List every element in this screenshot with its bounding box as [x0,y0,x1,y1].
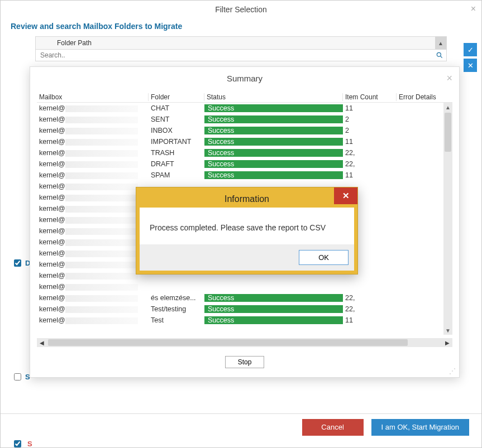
cell-mailbox: kernel@ [37,283,149,291]
column-header-error[interactable]: Error Details [397,93,452,101]
check-all-icon[interactable]: ✓ [464,43,477,56]
status-badge: Success [204,138,343,146]
cell-item-count: 22, [343,305,397,313]
svg-point-0 [437,52,441,56]
horizontal-scrollbar[interactable]: ◀ ▶ [37,338,452,347]
checkbox[interactable] [14,373,21,380]
column-header-item-count[interactable]: Item Count [343,93,397,101]
vertical-scrollbar[interactable]: ▲ ▼ [443,103,452,335]
status-badge: Success [204,115,343,123]
folder-grid-header: Folder Path ▲ [35,36,447,49]
table-row[interactable]: kernel@DRAFTSuccess22, [37,158,452,170]
information-dialog: Information ✕ Process completed. Please … [136,187,358,274]
cell-mailbox: kernel@ [37,160,149,168]
folder-path-column-header[interactable]: Folder Path [36,39,435,47]
start-migration-button[interactable]: I am OK, Start Migration [371,419,469,436]
cell-item-count: 11 [343,316,397,324]
cell-mailbox: kernel@ [37,294,149,302]
table-row[interactable]: kernel@INBOXSuccess2 [37,125,452,136]
triangle-up-icon[interactable]: ▲ [435,37,446,49]
table-row[interactable]: kernel@SPAMSuccess11 [37,170,452,181]
option-checkbox-d[interactable]: D [12,258,30,268]
table-row[interactable]: kernel@CHATSuccess11 [37,103,452,114]
cell-mailbox: kernel@ [37,272,149,280]
cell-mailbox: kernel@ [37,305,149,313]
scrollbar-thumb[interactable] [445,113,451,152]
status-badge: Success [204,305,343,313]
dialog-footer: Cancel I am OK, Start Migration [1,413,481,440]
filter-dialog-header: Filter Selection × [1,1,481,18]
stop-button[interactable]: Stop [225,356,265,368]
cancel-button[interactable]: Cancel [302,419,364,436]
close-icon[interactable]: ✕ [334,187,357,204]
table-row[interactable]: kernel@TRASHSuccess22, [37,147,452,158]
cell-mailbox: kernel@ [37,149,149,157]
cell-folder: és elemzése... [149,294,204,302]
information-dialog-footer: OK [140,244,354,271]
ok-button[interactable]: OK [299,250,349,265]
status-badge: Success [204,160,343,168]
cell-item-count: 11 [343,104,397,112]
cell-status: Success [204,149,343,157]
option-label: S [27,440,195,448]
cell-status: Success [204,171,343,179]
checkbox[interactable] [14,259,21,267]
column-header-status[interactable]: Status [204,93,343,101]
summary-dialog-header: Summary × [30,67,459,89]
cell-status: Success [204,294,343,302]
cell-status: Success [204,127,343,134]
resize-grip-icon[interactable]: ⋰ [449,367,456,375]
cell-item-count: 11 [343,138,397,146]
checkbox[interactable] [14,440,21,447]
cell-folder: DRAFT [149,160,204,168]
column-header-mailbox[interactable]: Mailbox [37,93,149,101]
cell-folder: INBOX [149,127,204,134]
table-row[interactable]: kernel@TestSuccess11 [37,315,452,326]
cell-mailbox: kernel@ [37,238,149,246]
close-icon[interactable]: × [446,73,452,84]
cell-folder: TRASH [149,149,204,157]
cell-mailbox: kernel@ [37,216,149,224]
scroll-down-icon[interactable]: ▼ [443,326,452,335]
table-row[interactable]: kernel@ [37,281,452,292]
clear-all-icon[interactable]: ✕ [464,59,477,72]
close-icon[interactable]: × [471,4,476,14]
cell-item-count: 22, [343,160,397,168]
summary-dialog-title: Summary [227,74,263,83]
cell-status: Success [204,138,343,146]
cell-mailbox: kernel@ [37,138,149,146]
table-row[interactable]: kernel@Test/testingSuccess22, [37,304,452,315]
cell-folder: Test [149,316,204,324]
status-badge: Success [204,316,343,324]
cell-mailbox: kernel@ [37,227,149,235]
cell-item-count: 2 [343,127,397,134]
cell-mailbox: kernel@ [37,115,149,123]
cell-mailbox: kernel@ [37,104,149,112]
folder-search-row [35,49,447,61]
status-badge: Success [204,294,343,302]
right-action-badges: ✓ ✕ [464,43,477,72]
option-checkbox-s[interactable]: S [12,372,30,382]
cell-mailbox: kernel@ [37,127,149,134]
scroll-right-icon[interactable]: ▶ [442,338,452,347]
review-title: Review and search Mailbox Folders to Mig… [1,18,481,36]
search-input[interactable] [36,50,433,61]
table-row[interactable]: kernel@IMPORTANTSuccess11 [37,136,452,147]
search-icon[interactable] [433,51,446,59]
column-header-folder[interactable]: Folder [149,93,204,101]
cell-item-count: 22, [343,149,397,157]
svg-line-1 [440,56,442,57]
cell-status: Success [204,316,343,324]
scrollbar-thumb[interactable] [48,339,408,346]
cell-item-count: 11 [343,171,397,179]
table-row[interactable]: kernel@és elemzése...Success22, [37,292,452,304]
cell-folder: CHAT [149,104,204,112]
cell-status: Success [204,160,343,168]
table-row[interactable]: kernel@SENTSuccess2 [37,114,452,125]
cell-mailbox: kernel@ [37,249,149,257]
cell-mailbox: kernel@ [37,194,149,201]
scroll-up-icon[interactable]: ▲ [443,103,452,112]
scroll-left-icon[interactable]: ◀ [37,338,47,347]
summary-table-header-row: Mailbox Folder Status Item Count Error D… [37,91,452,103]
cell-status: Success [204,115,343,123]
